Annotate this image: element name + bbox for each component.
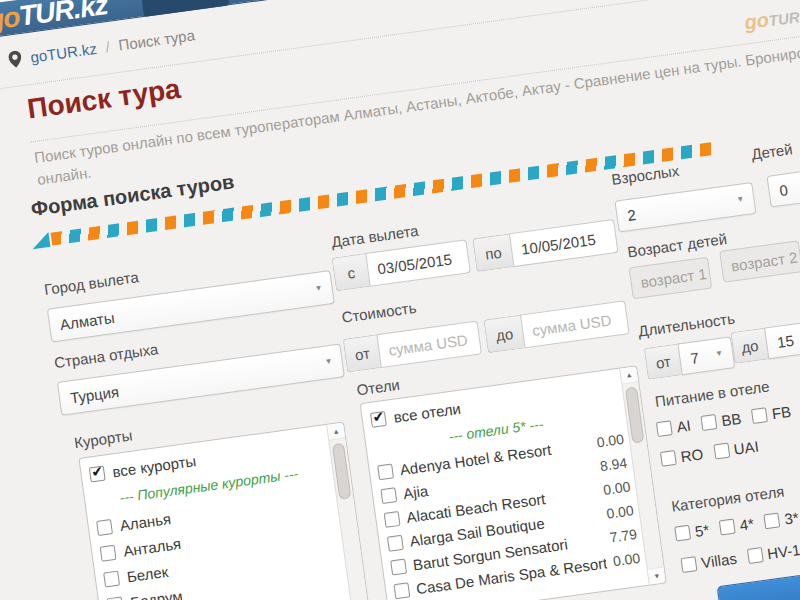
checkbox-label: RO <box>680 445 705 465</box>
checkbox-unchecked[interactable] <box>674 525 691 542</box>
price-from-group: от сумма USD <box>343 321 482 373</box>
adults-select[interactable]: 2 ▼ <box>614 182 756 233</box>
category-label: Категория отеля <box>670 483 785 515</box>
hotel-rating: 8.94 <box>599 455 628 475</box>
checkbox-unchecked[interactable] <box>764 512 781 529</box>
page: goTUR.kz goTUR.kz / Поиск тура Поиск тур… <box>0 0 800 600</box>
scroll-up-icon[interactable]: ▲ <box>620 366 638 384</box>
checkbox-unchecked[interactable] <box>377 463 394 480</box>
list-item-label: Анталья <box>122 534 182 559</box>
checkbox-label: 5* <box>694 521 710 540</box>
checkbox-label: UAI <box>733 438 760 458</box>
meal-option-ai[interactable]: AI <box>656 417 692 438</box>
checkbox-label: 3* <box>783 509 799 528</box>
country-label: Страна отдыха <box>53 340 159 371</box>
checkbox-unchecked[interactable] <box>746 547 763 564</box>
checkbox-label: Villas <box>700 550 738 572</box>
list-item-label: Аланья <box>119 510 172 534</box>
price-from-input[interactable]: сумма USD <box>376 321 482 369</box>
hotel-rating: 0.00 <box>596 431 625 451</box>
meals-label: Питание в отеле <box>654 378 770 410</box>
checkbox-unchecked[interactable] <box>100 544 117 561</box>
hotels-scrollbar-thumb[interactable] <box>625 386 644 443</box>
duration-to-select[interactable]: 15 ▼ <box>764 318 800 359</box>
ribbon-start-triangle <box>31 232 51 249</box>
checkbox-unchecked[interactable] <box>387 534 404 551</box>
duration-from-group: от 7 ▼ <box>644 336 736 380</box>
date-to-prefix: по <box>472 233 513 272</box>
checkbox-label: 4* <box>739 515 755 534</box>
adults-value: 2 <box>626 206 637 224</box>
children-value: 0 <box>778 181 789 199</box>
price-to-input[interactable]: сумма USD <box>520 300 630 348</box>
duration-from-select[interactable]: 7 ▼ <box>677 336 735 375</box>
breadcrumb-home-link[interactable]: goTUR.kz <box>29 40 97 66</box>
price-from-prefix: от <box>343 334 381 372</box>
checkbox-unchecked[interactable] <box>390 558 407 575</box>
duration-to-prefix: до <box>730 328 768 364</box>
resorts-scrollbar-thumb[interactable] <box>332 443 351 500</box>
watermark-logo: goTUR.kz <box>743 1 800 34</box>
chevron-down-icon: ▼ <box>736 194 745 204</box>
child-age-2-input[interactable]: возраст 2 <box>719 240 800 283</box>
checkbox-unchecked[interactable] <box>751 407 768 424</box>
hotel-rating: 7.79 <box>609 526 638 546</box>
hotel-rating: 0.00 <box>612 550 641 570</box>
date-to-input[interactable]: 10/05/2015 <box>509 219 619 267</box>
category-option-4[interactable]: 4* <box>719 515 755 536</box>
checkbox-unchecked[interactable] <box>380 487 397 504</box>
meal-option-fb[interactable]: FB <box>751 403 792 425</box>
hotels-label: Отели <box>356 376 401 399</box>
children-select[interactable]: 0 ▼ <box>766 157 800 208</box>
checkbox-label: HV-1 <box>766 541 800 562</box>
checkbox-unchecked[interactable] <box>384 510 401 527</box>
category-option-3[interactable]: 3* <box>764 509 800 530</box>
checkbox-checked[interactable] <box>370 410 387 427</box>
checkbox-unchecked[interactable] <box>96 519 113 536</box>
watermark-prefix: go <box>743 8 770 33</box>
date-from-prefix: с <box>332 253 370 291</box>
date-from-input[interactable]: 03/05/2015 <box>365 239 471 287</box>
meal-option-bb[interactable]: BB <box>700 410 742 432</box>
checkbox-unchecked[interactable] <box>660 450 677 467</box>
chevron-down-icon: ▼ <box>715 349 724 359</box>
meal-option-uai[interactable]: UAI <box>713 438 760 461</box>
child-age-1-input[interactable]: возраст 1 <box>629 257 713 300</box>
checkbox-unchecked[interactable] <box>107 596 124 600</box>
viewport: goTUR.kz goTUR.kz / Поиск тура Поиск тур… <box>0 0 800 600</box>
category-option-5[interactable]: 5* <box>674 521 710 542</box>
checkbox-unchecked[interactable] <box>656 420 673 437</box>
checkbox-label: FB <box>771 403 792 422</box>
duration-to-group: до 15 ▼ <box>730 318 800 364</box>
scroll-down-icon[interactable]: ▼ <box>648 567 666 585</box>
category-option-villas[interactable]: Villas <box>680 550 737 574</box>
duration-to-value: 15 <box>776 331 795 350</box>
departure-city-value: Алматы <box>59 308 116 332</box>
checkbox-unchecked[interactable] <box>713 443 730 460</box>
checkbox-unchecked[interactable] <box>681 556 698 573</box>
meal-option-ro[interactable]: RO <box>660 445 704 468</box>
category-option-hv1[interactable]: HV-1 <box>746 541 800 565</box>
checkbox-unchecked[interactable] <box>393 582 410 599</box>
duration-label: Длительность <box>637 310 736 340</box>
breadcrumb-separator: / <box>104 38 110 55</box>
checkbox-unchecked[interactable] <box>103 570 120 587</box>
resorts-listbox[interactable]: все курорты--- Популярные курорты ---Ала… <box>78 422 384 600</box>
breadcrumb: goTUR.kz / Поиск тура <box>8 26 196 68</box>
price-to-prefix: до <box>483 315 524 354</box>
country-value: Турция <box>69 382 120 406</box>
price-to-group: до сумма USD <box>483 300 629 353</box>
watermark-suffix: TUR.kz <box>768 5 800 29</box>
checkbox-checked[interactable] <box>89 465 106 482</box>
hotels-listbox[interactable]: все отели--- отели 5* ---Adenya Hotel & … <box>360 365 667 600</box>
children-age-label: Возраст детей <box>626 230 728 260</box>
checkbox-unchecked[interactable] <box>719 519 736 536</box>
checkbox-label: BB <box>720 410 742 430</box>
scroll-up-icon[interactable]: ▲ <box>327 423 345 441</box>
children-label: Детей <box>750 140 793 162</box>
page-subtitle-line2: онлайн. <box>36 164 92 188</box>
departure-date-label: Дата вылета <box>330 222 419 251</box>
map-pin-icon <box>8 50 23 69</box>
list-item-label: Белек <box>126 562 169 584</box>
checkbox-unchecked[interactable] <box>701 414 718 431</box>
